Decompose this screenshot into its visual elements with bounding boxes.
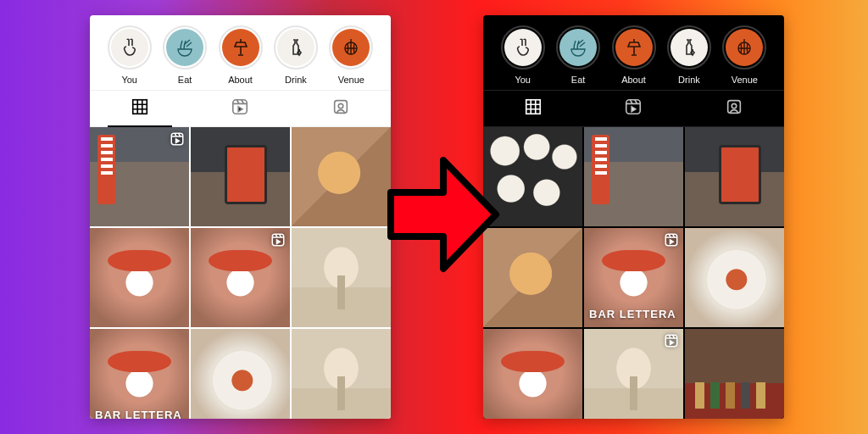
post-thumbnail[interactable] (483, 329, 582, 419)
lamp-icon (222, 29, 259, 66)
post-caption-overlay: BAR LETTERA (95, 409, 182, 419)
svg-rect-10 (727, 101, 740, 114)
post-thumbnail[interactable] (483, 127, 582, 226)
highlight-drink[interactable]: Drink (268, 25, 323, 85)
highlight-label: About (621, 75, 646, 85)
post-thumbnail[interactable]: BAR LETTERA (90, 329, 189, 419)
post-caption-overlay: BAR LETTERA (589, 308, 676, 320)
reels-icon (624, 97, 643, 120)
highlight-label: About (228, 75, 253, 85)
post-thumbnail[interactable] (90, 127, 189, 226)
post-thumbnail[interactable] (584, 127, 683, 226)
highlight-label: Venue (338, 75, 364, 85)
profile-tabs (90, 90, 391, 127)
reel-badge-icon (170, 131, 185, 150)
tab-tagged[interactable] (291, 91, 391, 126)
tagged-icon (331, 97, 350, 120)
comparison-stage: YouEatAboutDrinkVenue BAR LETTERA YouEat… (0, 0, 868, 434)
tab-tagged[interactable] (684, 91, 784, 126)
peace-icon (111, 29, 148, 66)
highlight-eat[interactable]: Eat (550, 25, 605, 85)
highlight-drink[interactable]: Drink (661, 25, 716, 85)
post-thumbnail[interactable] (90, 228, 189, 327)
post-thumbnail[interactable] (292, 127, 391, 226)
profile-light-mode: YouEatAboutDrinkVenue BAR LETTERA (90, 15, 391, 419)
highlight-label: Drink (285, 75, 307, 85)
story-highlights-row: YouEatAboutDrinkVenue (483, 15, 784, 90)
tagged-icon (725, 97, 743, 120)
post-thumbnail[interactable] (584, 329, 683, 419)
posts-grid: BAR LETTERA (90, 127, 391, 419)
tab-reels[interactable] (583, 91, 683, 126)
post-thumbnail[interactable] (685, 228, 784, 327)
svg-rect-8 (526, 100, 541, 114)
disco-icon (332, 29, 370, 66)
highlight-venue[interactable]: Venue (717, 25, 772, 85)
svg-rect-9 (626, 100, 641, 114)
highlight-about[interactable]: About (213, 25, 268, 85)
reel-badge-icon (270, 232, 286, 251)
grid-icon (131, 97, 149, 120)
bottle-icon (670, 29, 708, 66)
posts-grid: BAR LETTERA (483, 127, 784, 419)
reel-badge-icon (664, 333, 679, 352)
svg-rect-6 (272, 234, 284, 246)
post-thumbnail[interactable] (483, 228, 582, 327)
highlight-label: You (515, 75, 531, 85)
post-thumbnail[interactable] (685, 127, 784, 226)
highlight-label: Venue (732, 75, 758, 85)
post-thumbnail[interactable] (292, 329, 391, 419)
highlight-label: Eat (571, 75, 586, 85)
peace-icon (504, 29, 542, 66)
highlight-you[interactable]: You (102, 25, 157, 85)
bottle-icon (277, 29, 314, 66)
post-thumbnail[interactable] (191, 127, 290, 226)
svg-rect-5 (171, 133, 183, 145)
profile-dark-mode: YouEatAboutDrinkVenue BAR LETTERA (483, 15, 784, 419)
post-thumbnail[interactable] (292, 228, 391, 327)
story-highlights-row: YouEatAboutDrinkVenue (90, 15, 391, 90)
reel-badge-icon (664, 232, 679, 251)
profile-tabs (483, 90, 784, 127)
svg-point-11 (732, 103, 737, 108)
svg-rect-2 (233, 100, 248, 114)
grid-icon (524, 97, 542, 120)
tab-grid[interactable] (483, 91, 583, 126)
highlight-about[interactable]: About (606, 25, 661, 85)
highlight-venue[interactable]: Venue (324, 25, 379, 85)
svg-rect-3 (334, 101, 347, 114)
highlight-label: Drink (678, 75, 700, 85)
svg-rect-13 (665, 335, 677, 347)
highlight-you[interactable]: You (495, 25, 550, 85)
noodles-icon (559, 29, 597, 66)
post-thumbnail[interactable] (191, 329, 290, 419)
highlight-eat[interactable]: Eat (157, 25, 212, 85)
highlight-label: You (121, 75, 137, 85)
svg-rect-1 (133, 100, 147, 114)
svg-point-4 (338, 103, 343, 108)
lamp-icon (615, 29, 653, 66)
post-thumbnail[interactable] (191, 228, 290, 327)
post-thumbnail[interactable]: BAR LETTERA (584, 228, 683, 327)
svg-rect-12 (665, 234, 677, 246)
disco-icon (726, 29, 763, 66)
post-thumbnail[interactable] (685, 329, 784, 419)
reels-icon (231, 97, 249, 120)
tab-grid[interactable] (90, 91, 190, 126)
noodles-icon (166, 29, 203, 66)
highlight-label: Eat (178, 75, 192, 85)
tab-reels[interactable] (190, 91, 290, 126)
